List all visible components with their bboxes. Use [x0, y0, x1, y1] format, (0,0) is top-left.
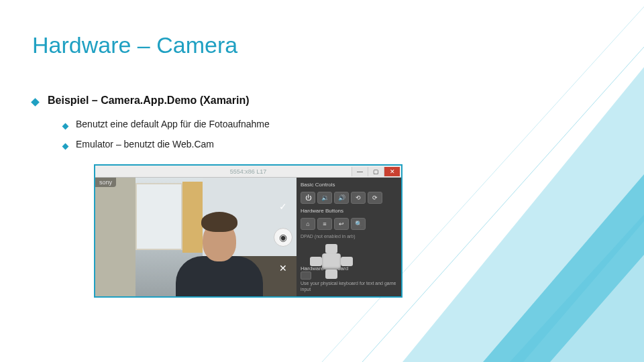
search-button[interactable]: 🔍: [351, 218, 366, 230]
dpad-right[interactable]: [341, 257, 353, 266]
hardware-buttons-row: ⌂ ≡ ↩ 🔍: [301, 218, 397, 230]
home-button[interactable]: ⌂: [301, 218, 315, 230]
hardware-keyboard-label: Hardware Keyboard: [301, 265, 397, 272]
power-button[interactable]: ⏻: [301, 192, 315, 204]
emulator-titlebar: 5554:x86 L17 — ▢ ✕: [95, 166, 401, 178]
maximize-button[interactable]: ▢: [368, 167, 384, 176]
rotate-left-button[interactable]: ⟲: [351, 192, 366, 204]
emulator-screenshot: 5554:x86 L17 — ▢ ✕ sony ✓: [94, 164, 402, 298]
minimize-button[interactable]: —: [352, 167, 368, 176]
sub-bullet2-text: Emulator – benutzt die Web.Cam: [76, 139, 214, 149]
sub-bullet1-text: Benutzt eine default App für die Fotoauf…: [76, 119, 270, 129]
volume-down-button[interactable]: 🔉: [317, 192, 332, 204]
hardware-keyboard-sub: Use your physical keyboard for text and …: [301, 281, 397, 292]
close-icon: ✕: [279, 263, 287, 274]
check-icon: ✓: [279, 201, 287, 212]
cancel-photo-button[interactable]: ✕: [274, 259, 292, 278]
dpad-control: [305, 243, 358, 261]
diamond-bullet-icon: [31, 98, 40, 107]
hardware-buttons-label: Hardware Buttons: [301, 208, 397, 214]
camera-preview-photo: [95, 178, 297, 296]
keyboard-toggle[interactable]: [301, 272, 311, 280]
accept-photo-button[interactable]: ✓: [274, 197, 292, 216]
dpad-up[interactable]: [325, 244, 337, 253]
dpad-label: DPAD (not enabled in arb): [301, 234, 397, 239]
close-button[interactable]: ✕: [384, 167, 400, 176]
dpad-left[interactable]: [310, 257, 322, 266]
slide-title: Hardware – Camera: [32, 32, 612, 58]
camera-icon: ◉: [279, 232, 287, 243]
back-button[interactable]: ↩: [334, 218, 349, 230]
camera-brand-overlay: sony: [95, 178, 116, 187]
dpad-down[interactable]: [325, 269, 337, 279]
window-buttons: — ▢ ✕: [352, 167, 400, 176]
basic-controls-row: ⏻ 🔉 🔊 ⟲ ⟳: [301, 192, 397, 204]
emulator-title-text: 5554:x86 L17: [230, 168, 267, 175]
diamond-bullet-icon: [62, 123, 69, 130]
menu-button[interactable]: ≡: [317, 218, 332, 230]
diamond-bullet-icon: [62, 143, 69, 150]
bullet-level1: Beispiel – Camera.App.Demo (Xamarin): [32, 95, 612, 107]
hardware-keyboard-section: Hardware Keyboard Use your physical keyb…: [301, 265, 397, 292]
rotate-right-button[interactable]: ⟳: [368, 192, 382, 204]
capture-photo-button[interactable]: ◉: [274, 228, 292, 247]
emulator-control-panel: Basic Controls ⏻ 🔉 🔊 ⟲ ⟳ Hardware Button…: [297, 178, 401, 296]
dpad-center[interactable]: [322, 253, 341, 269]
emulator-screen: sony ✓ ◉ ✕: [95, 178, 297, 296]
bullet-level2-2: Emulator – benutzt die Web.Cam: [63, 139, 612, 149]
camera-action-column: ✓ ◉ ✕: [274, 197, 292, 278]
basic-controls-label: Basic Controls: [301, 182, 397, 188]
volume-up-button[interactable]: 🔊: [334, 192, 349, 204]
bullet-level2-1: Benutzt eine default App für die Fotoauf…: [63, 119, 612, 129]
bullet1-text: Beispiel – Camera.App.Demo (Xamarin): [48, 95, 250, 107]
